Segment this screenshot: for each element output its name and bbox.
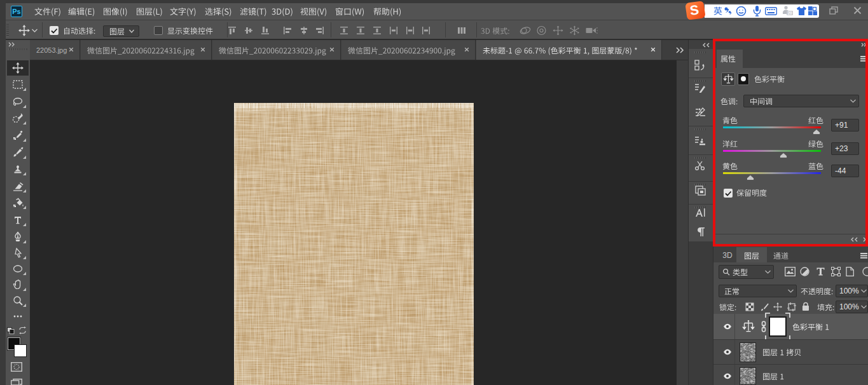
svg-text:20: 20: [787, 11, 792, 15]
